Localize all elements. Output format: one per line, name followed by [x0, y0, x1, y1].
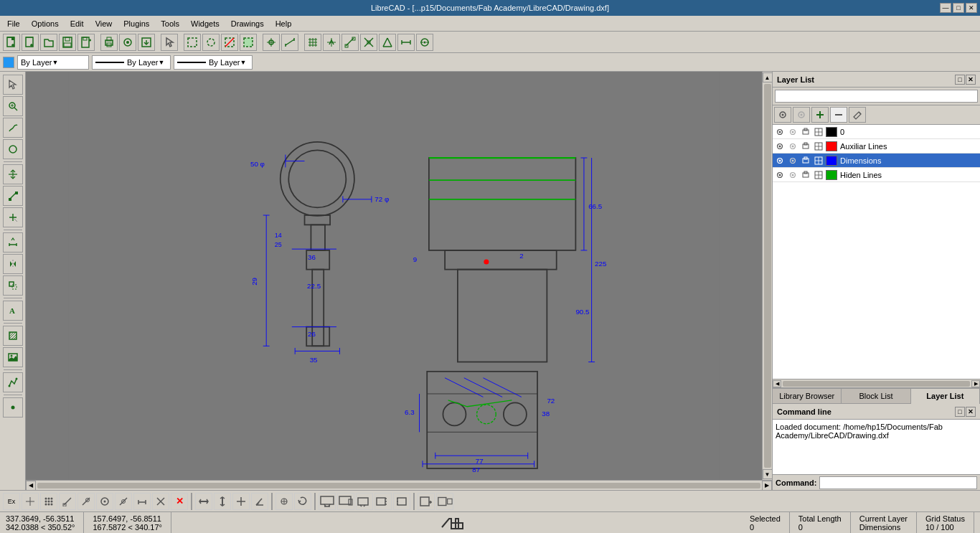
snap-endpoint-button[interactable]	[341, 34, 359, 51]
measure-button[interactable]	[281, 34, 298, 51]
snap-intersection-snap-button[interactable]	[152, 493, 169, 510]
snap-middle-snap-button[interactable]	[115, 493, 132, 510]
offset-tool[interactable]	[3, 275, 23, 296]
snap-midpoint-button[interactable]	[379, 34, 396, 51]
command-input[interactable]	[819, 476, 977, 489]
snap-on-entity-button[interactable]	[77, 493, 95, 510]
mirror-tool[interactable]	[3, 254, 23, 274]
snap-button[interactable]	[263, 34, 280, 51]
layer-scroll-right[interactable]: ▶	[971, 380, 980, 387]
snap-ex-button[interactable]: Ex	[3, 493, 20, 510]
snap-crosshair-button[interactable]	[22, 493, 39, 510]
image-tool[interactable]	[3, 347, 23, 367]
snap-intersection-button[interactable]	[360, 34, 377, 51]
new2-button[interactable]	[22, 34, 39, 51]
layer-grid-icon-3[interactable]	[813, 169, 824, 181]
layer-panel-restore[interactable]: □	[955, 75, 965, 85]
snap-vert-button[interactable]	[214, 493, 231, 510]
snap-center-snap-button[interactable]	[96, 493, 113, 510]
snap-distance-snap-button[interactable]	[133, 493, 151, 510]
dimension-tool[interactable]	[3, 232, 23, 253]
tab-block-list[interactable]: Block List	[842, 389, 910, 404]
layer-visible-icon-3[interactable]	[774, 169, 786, 181]
layer-print-icon-0[interactable]	[787, 126, 798, 138]
polyline-tool[interactable]	[3, 372, 23, 392]
scroll-down-button[interactable]: ▼	[763, 469, 773, 479]
menu-widgets[interactable]: Widgets	[185, 16, 225, 31]
tab-library-browser[interactable]: Library Browser	[773, 389, 842, 404]
monitor2-snap-button[interactable]	[337, 493, 354, 510]
scroll-right-button[interactable]: ▶	[762, 481, 772, 491]
select2-button[interactable]	[202, 34, 220, 51]
minimize-button[interactable]: —	[940, 3, 951, 13]
linetype-select[interactable]: By Layer ▼	[92, 55, 171, 70]
text-tool[interactable]: A	[3, 301, 23, 321]
layer-grid-icon-0[interactable]	[813, 126, 824, 138]
pointer-button[interactable]	[161, 34, 178, 51]
add-viewport2-button[interactable]	[436, 493, 453, 510]
menu-tools[interactable]: Tools	[155, 16, 185, 31]
zoom-tool[interactable]	[3, 96, 23, 116]
layer-scroll-track[interactable]	[783, 381, 970, 387]
layer-print-icon-2[interactable]	[787, 155, 798, 166]
freehand-tool[interactable]	[3, 118, 23, 138]
edit-layer-button[interactable]	[849, 107, 866, 123]
hatch-tool[interactable]	[3, 326, 23, 346]
new-button[interactable]	[3, 34, 20, 51]
layer-print-icon-3[interactable]	[787, 169, 798, 181]
maximize-button[interactable]: □	[953, 3, 964, 13]
point-tool[interactable]	[3, 397, 23, 418]
remove-layer-button[interactable]	[830, 107, 847, 123]
snap-grid-button[interactable]	[304, 34, 321, 51]
snap-angle-button[interactable]	[251, 493, 268, 510]
print-button[interactable]	[100, 34, 118, 51]
line-tool[interactable]	[3, 186, 23, 206]
menu-view[interactable]: View	[90, 16, 118, 31]
snap-grid-snap-button[interactable]	[40, 493, 57, 510]
layer-print-icon-1[interactable]	[787, 141, 798, 152]
snap-distance-button[interactable]	[397, 34, 415, 51]
snap-endpoint-snap-button[interactable]	[59, 493, 76, 510]
menu-options[interactable]: Options	[26, 16, 65, 31]
command-panel-close[interactable]: ✕	[966, 407, 976, 417]
show-all-layers-button[interactable]	[774, 107, 791, 123]
export-button[interactable]	[138, 34, 155, 51]
layer-print2-icon-1[interactable]	[800, 141, 811, 152]
layer-print2-icon-3[interactable]	[800, 169, 811, 181]
monitor-snap-button[interactable]	[319, 493, 336, 510]
drawing-canvas[interactable]: 50 φ 72 φ 29 36 22.5	[26, 72, 772, 490]
tab-layer-list[interactable]: Layer List	[911, 389, 980, 404]
vertical-scrollbar[interactable]: ▲ ▼	[762, 72, 772, 480]
snap-center-button[interactable]	[416, 34, 433, 51]
layer-visible-icon-1[interactable]	[774, 141, 786, 152]
arrow-tool[interactable]	[3, 75, 23, 95]
menu-edit[interactable]: Edit	[65, 16, 90, 31]
monitor5-snap-button[interactable]	[393, 493, 410, 510]
add-viewport-button[interactable]	[418, 493, 435, 510]
move-tool[interactable]	[3, 164, 23, 184]
layer-print2-icon-0[interactable]	[800, 126, 811, 138]
monitor4-snap-button[interactable]	[374, 493, 392, 510]
deselect-button[interactable]	[221, 34, 238, 51]
menu-file[interactable]: File	[1, 16, 26, 31]
horizontal-scrollbar[interactable]: ◀ ▶	[26, 480, 772, 490]
linewidth-select[interactable]: By Layer ▼	[174, 55, 253, 70]
color-select[interactable]: By Layer ▼	[17, 55, 89, 70]
circle-tool[interactable]	[3, 139, 23, 159]
snap-x-button[interactable]: ✕	[171, 493, 188, 510]
saveas-button[interactable]	[77, 34, 95, 51]
menu-help[interactable]: Help	[270, 16, 298, 31]
snap-move-button[interactable]	[294, 493, 311, 510]
layer-scroll-left[interactable]: ◀	[773, 380, 781, 387]
command-panel-restore[interactable]: □	[955, 407, 965, 417]
snap-hor-button[interactable]	[195, 493, 212, 510]
snap-both-button[interactable]	[232, 493, 250, 510]
hide-all-layers-button[interactable]	[793, 107, 810, 123]
snap-free-button[interactable]	[323, 34, 340, 51]
scroll-up-button[interactable]: ▲	[763, 72, 773, 82]
layer-search-input[interactable]	[775, 90, 978, 103]
layer-grid-icon-1[interactable]	[813, 141, 824, 152]
selectall-button[interactable]	[240, 34, 257, 51]
layer-panel-close[interactable]: ✕	[966, 75, 976, 85]
menu-drawings[interactable]: Drawings	[225, 16, 270, 31]
